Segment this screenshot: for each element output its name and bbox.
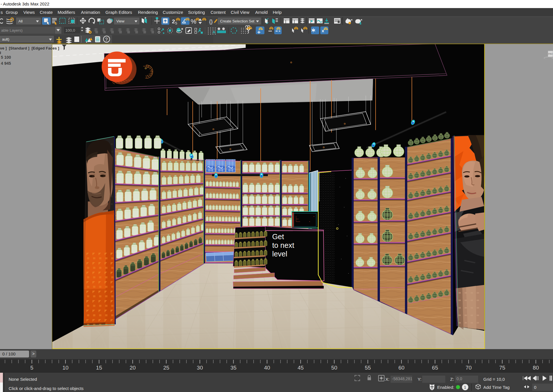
svg-text:Get: Get	[272, 233, 284, 241]
svg-text:1: 1	[464, 385, 466, 389]
svg-text:5: 5	[175, 21, 177, 25]
svg-text:2: 2	[172, 18, 175, 24]
svg-text:50: 50	[331, 365, 337, 371]
svg-text:Enabled:: Enabled:	[437, 385, 454, 390]
svg-text:level: level	[272, 250, 287, 258]
svg-text:0: 0	[534, 385, 536, 390]
svg-text:45: 45	[298, 365, 304, 371]
svg-text:80: 80	[533, 365, 539, 371]
svg-text:35: 35	[230, 365, 236, 371]
svg-text:{}: {}	[209, 18, 213, 24]
svg-text:15: 15	[96, 365, 102, 371]
svg-text:75: 75	[499, 365, 505, 371]
svg-text:View: View	[116, 19, 125, 23]
svg-text:Create Selection Set: Create Selection Set	[220, 19, 255, 23]
svg-text:?: ?	[105, 37, 108, 42]
svg-text:30: 30	[197, 365, 203, 371]
svg-text:70: 70	[466, 365, 472, 371]
svg-text:A: A	[213, 30, 215, 34]
svg-text:60: 60	[398, 365, 404, 371]
svg-text:10: 10	[63, 365, 69, 371]
svg-text:All: All	[18, 19, 23, 23]
svg-text:Add Time Tag: Add Time Tag	[483, 385, 510, 390]
svg-text:5: 5	[30, 365, 33, 371]
svg-text:ault): ault)	[2, 37, 9, 41]
svg-text:20: 20	[130, 365, 136, 371]
svg-text:65: 65	[432, 365, 438, 371]
svg-text:40: 40	[264, 365, 270, 371]
svg-text:100,0: 100,0	[65, 28, 75, 33]
svg-text:%: %	[191, 18, 196, 25]
svg-text:25: 25	[163, 365, 169, 371]
svg-text:55: 55	[365, 365, 371, 371]
svg-text:able Layers): able Layers)	[1, 28, 22, 33]
svg-text:to next: to next	[272, 241, 294, 249]
